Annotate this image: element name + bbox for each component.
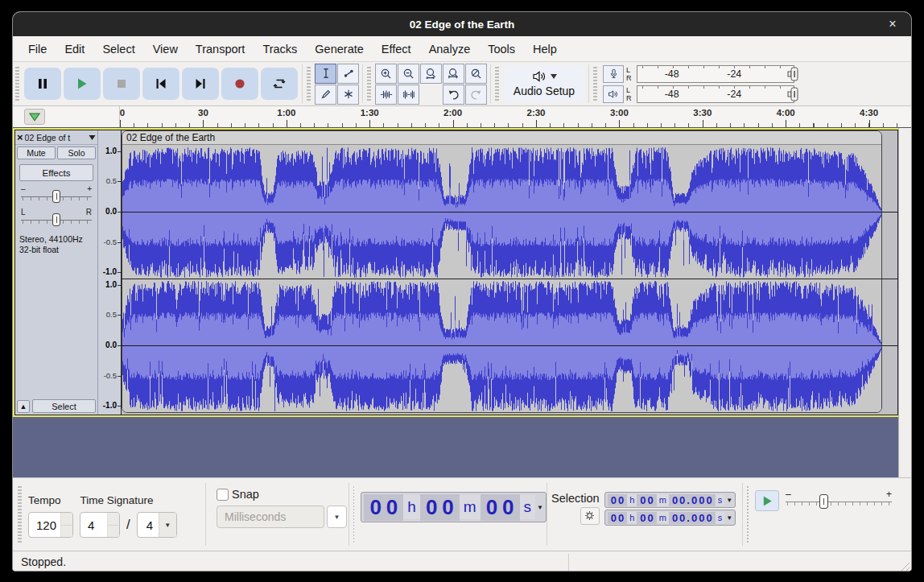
select-track-button[interactable]: Select: [32, 399, 96, 413]
silence-audio-button[interactable]: [398, 85, 419, 105]
toolbar-gripper[interactable]: [367, 67, 371, 101]
toolbar-gripper[interactable]: [307, 67, 311, 101]
menu-analyze[interactable]: Analyze: [420, 39, 480, 59]
audio-position-display[interactable]: 00h00m00s ▼: [361, 492, 547, 522]
close-track-icon[interactable]: ×: [17, 133, 23, 142]
toolbar-gripper[interactable]: [353, 486, 354, 543]
draw-tool-button[interactable]: [315, 85, 336, 105]
menu-view[interactable]: View: [144, 39, 187, 59]
gain-slider[interactable]: – +: [21, 185, 92, 204]
snap-checkbox[interactable]: [217, 489, 229, 501]
play-at-speed-button[interactable]: [755, 490, 779, 511]
timesig-upper-value[interactable]: 4: [80, 513, 94, 537]
tempo-value[interactable]: 120: [29, 513, 56, 537]
selection-start-display[interactable]: 00h00m00.000s ▼: [604, 492, 736, 508]
time-digits[interactable]: 00: [364, 494, 403, 521]
solo-button[interactable]: Solo: [57, 147, 96, 159]
vertical-scrollbar[interactable]: [898, 128, 911, 477]
zoom-in-button[interactable]: [375, 64, 397, 84]
time-digits[interactable]: 00: [420, 494, 460, 521]
vertical-ruler[interactable]: 1.00.50.0-0.5-1.01.00.50.0-0.5-1.0: [98, 130, 122, 415]
menu-transport[interactable]: Transport: [187, 39, 254, 59]
track-name[interactable]: 02 Edge of t: [25, 133, 87, 142]
meter-slider-thumb[interactable]: [787, 86, 800, 102]
tempo-spinbox[interactable]: 120: [28, 512, 73, 538]
play-button[interactable]: [64, 68, 101, 100]
pause-button[interactable]: [24, 68, 61, 100]
timesig-spin-buttons[interactable]: [107, 513, 119, 537]
waveform-area[interactable]: 02 Edge of the Earth: [122, 130, 897, 415]
gain-slider-thumb[interactable]: [52, 190, 60, 203]
track-menu-chevron-icon[interactable]: [89, 135, 96, 140]
skip-to-start-button[interactable]: [142, 68, 179, 100]
menu-tracks[interactable]: Tracks: [254, 39, 306, 59]
menu-tools[interactable]: Tools: [479, 39, 524, 59]
toolbar-gripper[interactable]: [18, 486, 22, 543]
waveform-canvas[interactable]: [122, 146, 881, 413]
menu-edit[interactable]: Edit: [56, 39, 93, 59]
zoom-to-selection-button[interactable]: [420, 64, 442, 84]
timesig-lower-dropdown[interactable]: 4 ▼: [137, 512, 177, 538]
skip-to-end-button[interactable]: [182, 68, 219, 100]
recording-meter-button[interactable]: [603, 65, 624, 83]
audio-setup-button[interactable]: Audio Setup: [504, 65, 584, 102]
time-digits[interactable]: 00: [637, 494, 656, 506]
time-digits[interactable]: 00: [481, 494, 520, 521]
time-format-chevron-icon[interactable]: ▼: [726, 514, 732, 522]
timeline-ruler[interactable]: 0301:001:302:002:303:003:304:004:30: [13, 106, 911, 128]
close-window-icon[interactable]: ×: [884, 15, 901, 33]
dropdown-chevron-icon[interactable]: ▼: [159, 513, 176, 537]
menu-effect[interactable]: Effect: [373, 39, 420, 59]
playback-meter-button[interactable]: [603, 85, 624, 103]
audio-clip[interactable]: 02 Edge of the Earth: [122, 130, 882, 413]
meter-slider-thumb[interactable]: [787, 66, 800, 82]
track-area[interactable]: × 02 Edge of t Mute Solo Effects – +: [13, 128, 911, 477]
zoom-out-button[interactable]: [398, 64, 419, 84]
menu-generate[interactable]: Generate: [306, 39, 372, 59]
menu-help[interactable]: Help: [524, 39, 566, 59]
time-format-chevron-icon[interactable]: ▼: [537, 504, 543, 511]
time-digits[interactable]: 00: [608, 494, 627, 506]
record-button[interactable]: [221, 68, 258, 100]
pan-slider[interactable]: L R: [21, 208, 92, 228]
undo-button[interactable]: [443, 85, 464, 105]
loop-region-pin-button[interactable]: [24, 109, 45, 125]
toolbar-gripper[interactable]: [495, 67, 499, 101]
trim-audio-button[interactable]: [375, 85, 397, 105]
time-digits[interactable]: 00: [608, 512, 627, 524]
snap-mode-combo[interactable]: Milliseconds: [217, 506, 324, 528]
loop-button[interactable]: [261, 68, 298, 100]
stop-button[interactable]: [103, 68, 140, 100]
time-digits[interactable]: 00.000: [669, 512, 716, 524]
fit-project-button[interactable]: [443, 64, 464, 84]
speed-slider-thumb[interactable]: [819, 494, 828, 509]
collapse-track-button[interactable]: ▲: [17, 400, 30, 413]
menu-file[interactable]: File: [19, 39, 56, 59]
clip-title[interactable]: 02 Edge of the Earth: [122, 131, 881, 145]
toolbar-gripper[interactable]: [15, 67, 19, 101]
mute-button[interactable]: Mute: [17, 147, 56, 159]
envelope-tool-button[interactable]: [337, 64, 359, 84]
time-digits[interactable]: 00.000: [669, 494, 716, 506]
selection-end-display[interactable]: 00h00m00.000s ▼: [604, 510, 736, 526]
menu-select[interactable]: Select: [93, 39, 143, 59]
effects-button[interactable]: Effects: [19, 164, 93, 181]
snap-mode-chevron-icon[interactable]: ▼: [327, 506, 347, 528]
selection-settings-button[interactable]: [580, 507, 600, 525]
recording-meter[interactable]: -48 -24: [637, 65, 794, 83]
toolbar-gripper[interactable]: [593, 67, 597, 101]
playback-meter[interactable]: -48 -24: [637, 85, 794, 103]
redo-button[interactable]: [465, 85, 487, 105]
selection-tool-button[interactable]: [315, 64, 336, 84]
tempo-spin-buttons[interactable]: [60, 513, 72, 537]
multi-tool-button[interactable]: [337, 85, 359, 105]
resize-grip[interactable]: [899, 560, 910, 571]
time-format-chevron-icon[interactable]: ▼: [726, 497, 732, 504]
toolbar-gripper[interactable]: [747, 486, 749, 543]
pan-slider-thumb[interactable]: [52, 213, 60, 226]
timesig-upper-spinbox[interactable]: 4: [80, 512, 120, 538]
timesig-lower-value[interactable]: 4: [138, 513, 159, 537]
zoom-toggle-button[interactable]: [465, 64, 487, 84]
playback-speed-slider[interactable]: – +: [786, 490, 892, 511]
time-digits[interactable]: 00: [637, 512, 656, 524]
